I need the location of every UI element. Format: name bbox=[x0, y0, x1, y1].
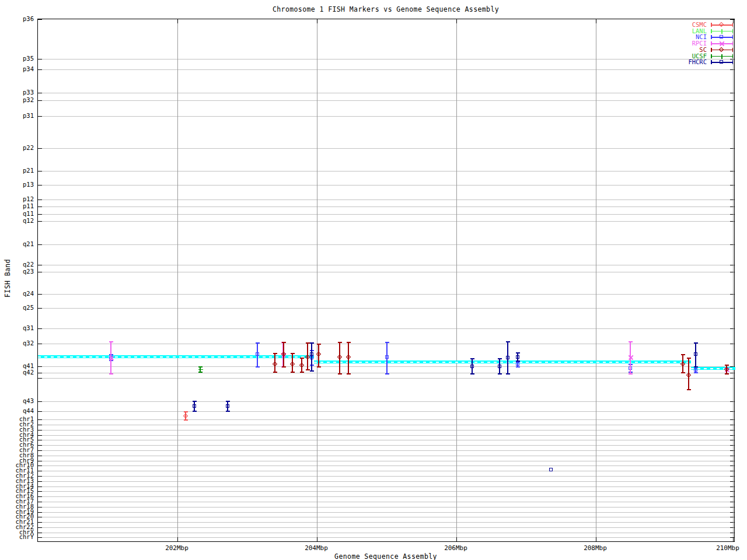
error-bar-cap bbox=[291, 372, 295, 373]
y-tick-mark bbox=[38, 430, 42, 430]
y-tick-label: q22 bbox=[0, 261, 34, 268]
legend-item-rpci: RPCI bbox=[692, 40, 733, 47]
data-point-sc bbox=[272, 361, 277, 366]
h-gridline bbox=[38, 200, 734, 200]
y-tick-mark bbox=[38, 185, 42, 186]
error-bar-cap bbox=[385, 342, 389, 343]
y-tick-label: p31 bbox=[0, 113, 34, 119]
h-gridline bbox=[38, 487, 734, 487]
legend-label: FHCRC bbox=[688, 59, 707, 65]
h-gridline bbox=[38, 502, 734, 502]
y-tick-mark bbox=[38, 206, 42, 207]
chart-title: Chromosome 1 FISH Markers vs Genome Sequ… bbox=[0, 5, 747, 13]
legend-sample-errorbar bbox=[711, 41, 733, 46]
error-bar-cap bbox=[282, 366, 286, 368]
h-gridline bbox=[38, 206, 734, 207]
error-bar-cap bbox=[282, 342, 286, 343]
y-tick-mark bbox=[38, 517, 42, 517]
error-bar-cap bbox=[694, 372, 698, 373]
error-bar-cap bbox=[317, 344, 321, 345]
h-gridline bbox=[38, 69, 734, 70]
data-point-sc bbox=[289, 361, 294, 366]
y-tick-mark bbox=[38, 466, 42, 466]
y-tick-mark bbox=[38, 487, 42, 487]
y-tick-mark bbox=[38, 221, 42, 222]
error-bar bbox=[311, 343, 312, 371]
h-gridline bbox=[38, 272, 734, 272]
x-tick-mark bbox=[596, 19, 596, 23]
error-bar-cap bbox=[725, 373, 729, 374]
legend-sample-errorbar bbox=[711, 22, 733, 27]
y-tick-mark bbox=[38, 522, 42, 523]
data-point-fhcrc bbox=[470, 365, 474, 368]
v-gridline bbox=[456, 19, 457, 541]
error-bar-cap bbox=[184, 419, 188, 421]
y-tick-mark bbox=[38, 373, 42, 373]
x-tick-mark bbox=[733, 537, 734, 541]
y-tick-label: p34 bbox=[0, 66, 34, 72]
fish-chart-figure: Chromosome 1 FISH Markers vs Genome Sequ… bbox=[0, 0, 747, 560]
y-tick-mark bbox=[38, 328, 42, 329]
data-point-fhcrc bbox=[694, 352, 697, 356]
error-bar-cap bbox=[681, 354, 685, 355]
y-tick-mark bbox=[38, 244, 42, 245]
error-bar-cap bbox=[317, 366, 321, 368]
y-tick-label: q43 bbox=[0, 398, 34, 404]
y-tick-mark bbox=[38, 294, 42, 295]
y-tick-mark bbox=[38, 116, 42, 117]
h-gridline bbox=[38, 450, 734, 451]
marker-x bbox=[720, 41, 724, 46]
assembly-band-highlight-line bbox=[314, 360, 691, 363]
y-tick-mark bbox=[38, 272, 42, 272]
y-tick-mark bbox=[38, 502, 42, 502]
y-tick-mark bbox=[38, 425, 42, 425]
y-tick-mark bbox=[38, 171, 42, 172]
h-gridline bbox=[38, 445, 734, 446]
error-bar-cap bbox=[338, 373, 342, 374]
data-point-nci bbox=[385, 355, 389, 359]
h-gridline bbox=[38, 419, 734, 420]
y-tick-label: q42 bbox=[0, 369, 34, 376]
y-tick-mark bbox=[38, 435, 42, 436]
error-bar-cap bbox=[347, 373, 351, 374]
x-tick-mark bbox=[596, 537, 596, 541]
error-bar-cap bbox=[516, 360, 520, 362]
error-bar-cap bbox=[193, 401, 197, 402]
legend-sample-errorbar bbox=[711, 29, 733, 34]
legend-sample-errorbar bbox=[711, 34, 733, 40]
h-gridline bbox=[38, 537, 734, 538]
y-tick-mark bbox=[38, 148, 42, 149]
h-gridline bbox=[38, 533, 734, 533]
error-bar-cap bbox=[516, 366, 520, 368]
y-tick-mark bbox=[38, 93, 42, 93]
h-gridline bbox=[38, 522, 734, 523]
marker-plus bbox=[720, 54, 724, 59]
marker-square bbox=[720, 60, 723, 64]
error-bar-cap bbox=[694, 366, 698, 368]
y-tick-mark bbox=[38, 537, 42, 538]
y-tick-mark bbox=[38, 344, 42, 344]
h-gridline bbox=[38, 496, 734, 497]
error-bar-cap bbox=[193, 411, 197, 412]
h-gridline bbox=[38, 308, 734, 309]
h-gridline bbox=[38, 221, 734, 222]
y-tick-label: p12 bbox=[0, 196, 34, 202]
x-tick-mark bbox=[456, 537, 457, 541]
error-bar-cap bbox=[687, 389, 691, 390]
y-tick-mark bbox=[38, 366, 42, 367]
h-gridline bbox=[38, 466, 734, 466]
y-tick-label: q11 bbox=[0, 211, 34, 217]
error-bar-cap bbox=[310, 342, 314, 344]
error-bar-cap bbox=[498, 373, 502, 374]
data-point-csmc bbox=[183, 413, 187, 418]
v-gridline bbox=[596, 19, 596, 541]
marker-diamond bbox=[719, 22, 724, 27]
h-gridline bbox=[38, 527, 734, 528]
error-bar-cap bbox=[291, 353, 295, 354]
data-point-nci bbox=[694, 368, 697, 372]
error-bar-cap bbox=[184, 411, 188, 412]
data-point-fhcrc bbox=[193, 404, 196, 408]
error-bar-cap bbox=[338, 342, 342, 343]
y-tick-mark bbox=[38, 308, 42, 309]
error-bar-cap bbox=[687, 358, 691, 359]
